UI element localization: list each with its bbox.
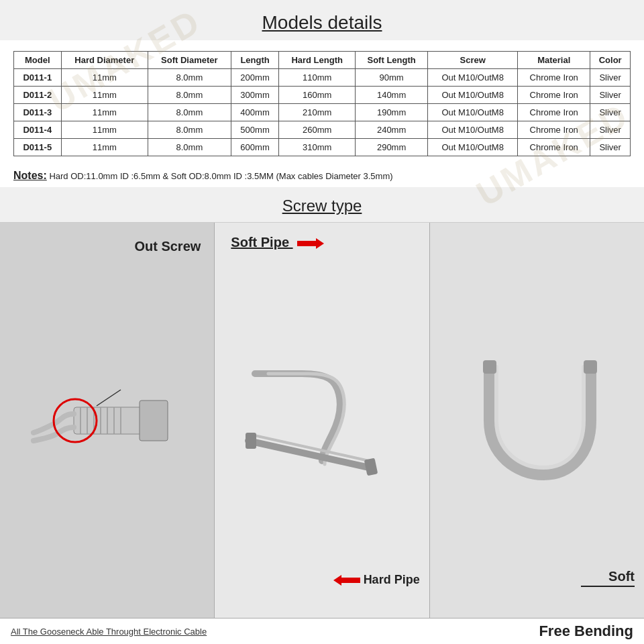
table-cell: D011-3	[14, 104, 62, 121]
table-cell: Sliver	[590, 87, 631, 104]
notes-label: Notes:	[13, 170, 47, 181]
table-cell: 260mm	[279, 121, 356, 139]
table-cell: 8.0mm	[148, 87, 231, 104]
table-cell: 8.0mm	[148, 121, 231, 139]
table-cell: 500mm	[231, 121, 279, 139]
table-cell: 11mm	[61, 121, 148, 139]
table-cell: 8.0mm	[148, 69, 231, 87]
table-row: D011-311mm8.0mm400mm210mm190mmOut M10/Ou…	[14, 104, 631, 121]
svg-rect-14	[246, 433, 256, 449]
header-section: Models details	[0, 0, 644, 40]
soft-label: Soft	[608, 569, 635, 584]
table-cell: 200mm	[231, 69, 279, 87]
table-cell: 11mm	[61, 69, 148, 87]
table-body: D011-111mm8.0mm200mm110mm90mmOut M10/Out…	[14, 69, 631, 156]
models-table: ModelHard DiameterSoft DiameterLengthHar…	[13, 51, 631, 156]
table-cell: 160mm	[279, 87, 356, 104]
page-title: Models details	[0, 12, 644, 34]
soft-pipe-label: Soft Pipe	[231, 235, 323, 250]
table-cell: 90mm	[356, 69, 428, 87]
table-header-cell: Hard Length	[279, 52, 356, 69]
pipes-cell: Soft Pipe	[215, 223, 429, 618]
footer-left-text: All The Gooseneck Able Throught Electron…	[11, 627, 207, 637]
table-cell: 8.0mm	[148, 104, 231, 121]
free-bend-illustration	[463, 354, 610, 488]
table-header-cell: Soft Length	[356, 52, 428, 69]
notes-text: Hard OD:11.0mm ID :6.5mm & Soft OD:8.0mm…	[49, 171, 392, 181]
page: UMAKED UMAKED UMAKED UMAKED UMAKED UMAKE…	[0, 0, 644, 644]
table-cell: 400mm	[231, 104, 279, 121]
table-header-cell: Material	[518, 52, 590, 69]
table-cell: D011-4	[14, 121, 62, 139]
bottom-section: Out Screw	[0, 222, 644, 618]
table-row: D011-511mm8.0mm600mm310mm290mmOut M10/Ou…	[14, 139, 631, 156]
table-cell: Chrome Iron	[518, 121, 590, 139]
footer-right-text: Free Bending	[539, 623, 633, 640]
screw-illustration	[27, 360, 188, 481]
table-cell: 8.0mm	[148, 139, 231, 156]
table-cell: 11mm	[61, 139, 148, 156]
screw-type-title: Screw type	[0, 197, 644, 215]
table-header-cell: Hard Diameter	[61, 52, 148, 69]
images-row: Out Screw	[0, 222, 644, 618]
svg-rect-18	[584, 360, 597, 374]
table-cell: 600mm	[231, 139, 279, 156]
table-cell: 300mm	[231, 87, 279, 104]
soft-underline	[581, 586, 635, 587]
screw-type-section: Screw type	[0, 187, 644, 222]
table-header-cell: Length	[231, 52, 279, 69]
notes-section: Notes: Hard OD:11.0mm ID :6.5mm & Soft O…	[0, 163, 644, 187]
svg-marker-11	[297, 238, 324, 249]
table-cell: Out M10/OutM8	[428, 121, 518, 139]
table-cell: 290mm	[356, 139, 428, 156]
table-cell: 11mm	[61, 104, 148, 121]
table-cell: Out M10/OutM8	[428, 87, 518, 104]
table-cell: 140mm	[356, 87, 428, 104]
table-header-row: ModelHard DiameterSoft DiameterLengthHar…	[14, 52, 631, 69]
table-cell: Sliver	[590, 139, 631, 156]
hard-pipe-label: Hard Pipe	[333, 573, 420, 587]
table-header-cell: Model	[14, 52, 62, 69]
svg-rect-0	[74, 407, 148, 434]
table-cell: 210mm	[279, 104, 356, 121]
table-row: D011-211mm8.0mm300mm160mm140mmOut M10/Ou…	[14, 87, 631, 104]
svg-rect-8	[140, 400, 168, 441]
out-screw-cell: Out Screw	[0, 223, 215, 618]
svg-line-10	[97, 390, 121, 406]
table-cell: Chrome Iron	[518, 69, 590, 87]
svg-rect-15	[364, 458, 378, 476]
table-cell: Sliver	[590, 69, 631, 87]
pipes-illustration	[235, 354, 409, 488]
table-header-cell: Screw	[428, 52, 518, 69]
table-cell: D011-2	[14, 87, 62, 104]
table-cell: Sliver	[590, 121, 631, 139]
soft-pipe-arrow-right	[297, 235, 324, 250]
table-cell: Chrome Iron	[518, 104, 590, 121]
table-cell: Out M10/OutM8	[428, 69, 518, 87]
table-row: D011-111mm8.0mm200mm110mm90mmOut M10/Out…	[14, 69, 631, 87]
table-cell: Chrome Iron	[518, 139, 590, 156]
out-screw-label: Out Screw	[134, 239, 201, 254]
table-header-cell: Soft Diameter	[148, 52, 231, 69]
table-section: ModelHard DiameterSoft DiameterLengthHar…	[0, 40, 644, 163]
table-cell: 190mm	[356, 104, 428, 121]
table-header-cell: Color	[590, 52, 631, 69]
table-cell: 11mm	[61, 87, 148, 104]
table-cell: 310mm	[279, 139, 356, 156]
free-bend-cell: Soft	[430, 223, 644, 618]
table-cell: Out M10/OutM8	[428, 104, 518, 121]
table-cell: D011-5	[14, 139, 62, 156]
table-row: D011-411mm8.0mm500mm260mm240mmOut M10/Ou…	[14, 121, 631, 139]
table-cell: Out M10/OutM8	[428, 139, 518, 156]
svg-line-12	[248, 441, 369, 468]
table-cell: 110mm	[279, 69, 356, 87]
footer: All The Gooseneck Able Throught Electron…	[0, 618, 644, 644]
hard-pipe-arrow-left	[333, 573, 364, 586]
table-cell: Chrome Iron	[518, 87, 590, 104]
svg-marker-16	[333, 575, 360, 586]
table-cell: D011-1	[14, 69, 62, 87]
table-cell: Sliver	[590, 104, 631, 121]
table-cell: 240mm	[356, 121, 428, 139]
svg-rect-17	[483, 360, 496, 374]
